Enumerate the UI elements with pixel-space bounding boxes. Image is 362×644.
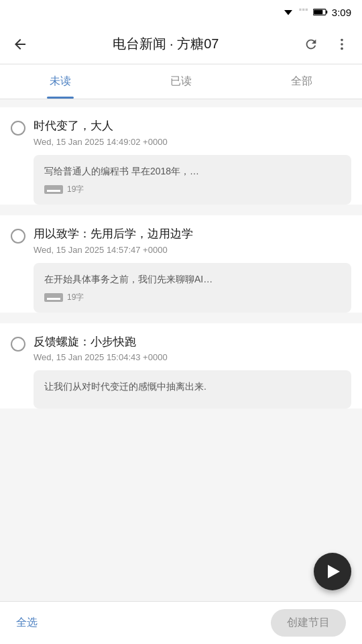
create-node-button[interactable]: 创建节目 xyxy=(271,609,346,637)
article-date-1: Wed, 15 Jan 2025 14:49:02 +0000 xyxy=(34,137,351,147)
svg-rect-5 xyxy=(326,11,327,13)
article-preview-text-2: 在开始具体事务之前，我们先来聊聊AI… xyxy=(44,272,341,286)
article-word-count-1: ▬▬ 19字 xyxy=(44,184,341,195)
article-title-2: 用以致学：先用后学，边用边学 xyxy=(34,226,351,242)
play-button[interactable] xyxy=(314,553,351,590)
article-header: 时代变了，大人 Wed, 15 Jan 2025 14:49:02 +0000 xyxy=(11,118,351,147)
tab-all[interactable]: 全部 xyxy=(241,64,362,99)
table-row: 时代变了，大人 Wed, 15 Jan 2025 14:49:02 +0000 … xyxy=(0,107,362,205)
refresh-button[interactable] xyxy=(296,30,326,59)
refresh-icon xyxy=(304,37,318,52)
status-bar: 3:09 xyxy=(0,0,362,24)
article-preview-text-3: 让我们从对时代变迁的感慨中抽离出来. xyxy=(44,380,341,394)
more-vert-icon xyxy=(335,37,349,52)
wifi-icon xyxy=(282,7,294,17)
article-checkbox-1[interactable] xyxy=(11,121,25,136)
article-preview-1: 写给普通人的编程书 早在2018年，… ▬▬ 19字 xyxy=(34,155,351,205)
article-checkbox-2[interactable] xyxy=(11,229,25,244)
article-meta-2: 用以致学：先用后学，边用边学 Wed, 15 Jan 2025 14:57:47… xyxy=(34,226,351,255)
svg-rect-3 xyxy=(305,9,307,11)
bottom-bar: 全选 创建节目 xyxy=(0,601,362,644)
svg-point-9 xyxy=(341,47,343,50)
app-bar-actions xyxy=(296,30,357,59)
article-meta-1: 时代变了，大人 Wed, 15 Jan 2025 14:49:02 +0000 xyxy=(34,118,351,147)
svg-point-8 xyxy=(341,43,343,46)
table-row: 用以致学：先用后学，边用边学 Wed, 15 Jan 2025 14:57:47… xyxy=(0,215,362,313)
article-preview-2: 在开始具体事务之前，我们先来聊聊AI… ▬▬ 19字 xyxy=(34,263,351,313)
signal-icon xyxy=(298,7,309,17)
status-time: 3:09 xyxy=(332,7,351,18)
tab-read[interactable]: 已读 xyxy=(121,64,241,99)
back-button[interactable] xyxy=(5,30,35,59)
article-preview-3: 让我们从对时代变迁的感慨中抽离出来. xyxy=(34,370,351,409)
article-header-2: 用以致学：先用后学，边用边学 Wed, 15 Jan 2025 14:57:47… xyxy=(11,226,351,255)
article-date-3: Wed, 15 Jan 2025 15:04:43 +0000 xyxy=(34,352,351,362)
article-title-1: 时代变了，大人 xyxy=(34,118,351,134)
article-word-count-2: ▬▬ 19字 xyxy=(44,292,341,303)
keyboard-icon-2: ▬▬ xyxy=(44,293,63,302)
play-icon xyxy=(328,565,340,578)
keyboard-icon-1: ▬▬ xyxy=(44,185,63,194)
article-checkbox-3[interactable] xyxy=(11,337,25,352)
svg-rect-6 xyxy=(314,10,322,15)
tabs-container: 未读 已读 全部 xyxy=(0,64,362,99)
back-arrow-icon xyxy=(12,36,28,52)
tab-unread[interactable]: 未读 xyxy=(0,64,121,99)
article-date-2: Wed, 15 Jan 2025 14:57:47 +0000 xyxy=(34,245,351,255)
table-row: 反馈螺旋：小步快跑 Wed, 15 Jan 2025 15:04:43 +000… xyxy=(0,323,362,409)
status-icons: 3:09 xyxy=(282,7,351,18)
article-meta-3: 反馈螺旋：小步快跑 Wed, 15 Jan 2025 15:04:43 +000… xyxy=(34,334,351,363)
svg-rect-2 xyxy=(302,9,304,11)
article-list: 时代变了，大人 Wed, 15 Jan 2025 14:49:02 +0000 … xyxy=(0,99,362,601)
app-title: 电台新闻 · 方糖07 xyxy=(35,35,296,53)
select-all-button[interactable]: 全选 xyxy=(16,616,38,630)
article-header-3: 反馈螺旋：小步快跑 Wed, 15 Jan 2025 15:04:43 +000… xyxy=(11,334,351,363)
app-bar: 电台新闻 · 方糖07 xyxy=(0,24,362,64)
article-preview-text-1: 写给普通人的编程书 早在2018年，… xyxy=(44,164,341,178)
article-title-3: 反馈螺旋：小步快跑 xyxy=(34,334,351,350)
svg-rect-1 xyxy=(299,9,301,11)
svg-point-7 xyxy=(341,38,343,41)
svg-marker-0 xyxy=(284,10,292,15)
battery-icon xyxy=(313,7,328,17)
more-button[interactable] xyxy=(327,30,357,59)
